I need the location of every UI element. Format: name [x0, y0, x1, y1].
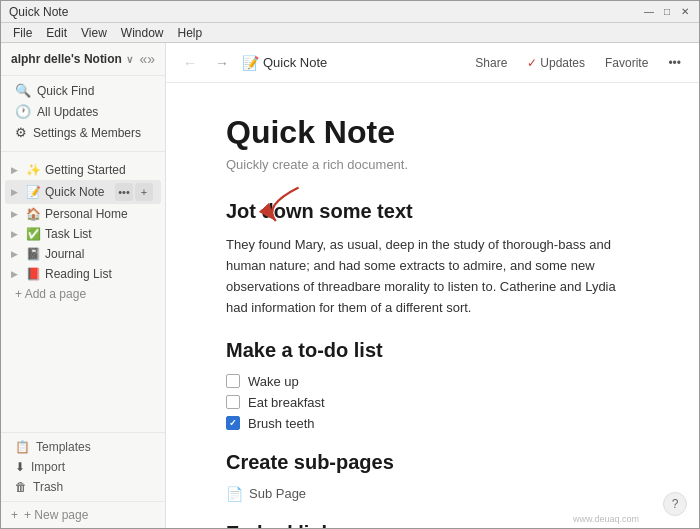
sidebar-item-personal-home[interactable]: ▶ 🏠 Personal Home [5, 204, 161, 224]
reading-list-icon: 📕 [25, 267, 41, 281]
share-label: Share [475, 56, 507, 70]
quick-find-label: Quick Find [37, 84, 94, 98]
updates-label: Updates [540, 56, 585, 70]
personal-home-icon: 🏠 [25, 207, 41, 221]
breadcrumb-icon: 📝 [242, 55, 259, 71]
todo-item-eat-breakfast: Eat breakfast [226, 395, 639, 410]
all-updates-label: All Updates [37, 105, 98, 119]
todo-label-brush-teeth: Brush teeth [248, 416, 315, 431]
sidebar-footer: 📋 Templates ⬇ Import 🗑 Trash [1, 432, 165, 501]
todo-checkbox-brush-teeth[interactable] [226, 416, 240, 430]
forward-button[interactable]: → [210, 51, 234, 75]
subpage-icon: 📄 [226, 486, 243, 502]
menu-view[interactable]: View [75, 26, 113, 40]
todo-list: Wake up Eat breakfast Brush teeth [226, 374, 639, 431]
content-area: ← → 📝 Quick Note Share ✓ Updates Favorit… [166, 43, 699, 528]
menu-window[interactable]: Window [115, 26, 170, 40]
todo-item-wake-up: Wake up [226, 374, 639, 389]
quick-note-label: Quick Note [45, 185, 111, 199]
titlebar-controls: — □ ✕ [643, 6, 691, 18]
app-body: alphr delle's Notion ∨ «» 🔍 Quick Find 🕐… [1, 43, 699, 528]
task-list-icon: ✅ [25, 227, 41, 241]
personal-home-label: Personal Home [45, 207, 153, 221]
todo-checkbox-wake-up[interactable] [226, 374, 240, 388]
sidebar-item-reading-list[interactable]: ▶ 📕 Reading List [5, 264, 161, 284]
back-button[interactable]: ← [178, 51, 202, 75]
help-button[interactable]: ? [663, 492, 687, 516]
journal-label: Journal [45, 247, 153, 261]
checkmark-icon: ✓ [527, 56, 537, 70]
new-page-plus-icon: + [11, 508, 18, 522]
chevron-icon: ▶ [11, 209, 21, 219]
sidebar-item-templates[interactable]: 📋 Templates [5, 437, 161, 457]
search-icon: 🔍 [15, 83, 31, 98]
new-page-bar[interactable]: + + New page [1, 501, 165, 528]
gear-icon: ⚙ [15, 125, 27, 140]
toolbar-actions: Share ✓ Updates Favorite ••• [469, 53, 687, 73]
quick-note-more-button[interactable]: ••• [115, 183, 133, 201]
menu-file[interactable]: File [7, 26, 38, 40]
sidebar-item-quick-note[interactable]: ▶ 📝 Quick Note ••• + [5, 180, 161, 204]
more-button[interactable]: ••• [662, 53, 687, 73]
sidebar-item-trash[interactable]: 🗑 Trash [5, 477, 161, 497]
minimize-button[interactable]: — [643, 6, 655, 18]
menu-edit[interactable]: Edit [40, 26, 73, 40]
sidebar-pages: ▶ ✨ Getting Started ▶ 📝 Quick Note ••• +… [1, 156, 165, 432]
trash-label: Trash [33, 480, 63, 494]
quick-note-add-button[interactable]: + [135, 183, 153, 201]
chevron-icon: ▶ [11, 269, 21, 279]
sidebar-item-task-list[interactable]: ▶ ✅ Task List [5, 224, 161, 244]
sidebar-item-getting-started[interactable]: ▶ ✨ Getting Started [5, 160, 161, 180]
chevron-icon: ▶ [11, 165, 21, 175]
sidebar-header: alphr delle's Notion ∨ «» [1, 43, 165, 76]
section-heading-subpages: Create sub-pages [226, 451, 639, 474]
getting-started-label: Getting Started [45, 163, 153, 177]
help-label: ? [672, 497, 679, 511]
sidebar-collapse-button[interactable]: «» [139, 51, 155, 67]
workspace-name[interactable]: alphr delle's Notion ∨ [11, 52, 133, 66]
top-toolbar: ← → 📝 Quick Note Share ✓ Updates Favorit… [166, 43, 699, 83]
import-label: Import [31, 460, 65, 474]
menubar: File Edit View Window Help [1, 23, 699, 43]
sidebar-item-all-updates[interactable]: 🕐 All Updates [5, 101, 161, 122]
subpage-label: Sub Page [249, 486, 306, 501]
quick-note-icon: 📝 [25, 185, 41, 199]
todo-label-eat-breakfast: Eat breakfast [248, 395, 325, 410]
content-wrapper: Quick Note Quickly create a rich documen… [166, 83, 699, 528]
menu-help[interactable]: Help [172, 26, 209, 40]
templates-label: Templates [36, 440, 91, 454]
new-page-label: + New page [24, 508, 88, 522]
sidebar-item-journal[interactable]: ▶ 📓 Journal [5, 244, 161, 264]
workspace-chevron-icon: ∨ [126, 54, 133, 65]
titlebar: Quick Note — □ ✕ [1, 1, 699, 23]
chevron-icon: ▶ [11, 229, 21, 239]
quick-note-actions: ••• + [115, 183, 153, 201]
share-button[interactable]: Share [469, 53, 513, 73]
sidebar-nav: 🔍 Quick Find 🕐 All Updates ⚙ Settings & … [1, 76, 165, 147]
subpage-item[interactable]: 📄 Sub Page [226, 486, 639, 502]
sidebar-item-settings[interactable]: ⚙ Settings & Members [5, 122, 161, 143]
import-icon: ⬇ [15, 460, 25, 474]
page-subtitle: Quickly create a rich document. [226, 157, 639, 172]
titlebar-title: Quick Note [9, 5, 68, 19]
close-button[interactable]: ✕ [679, 6, 691, 18]
sidebar-item-import[interactable]: ⬇ Import [5, 457, 161, 477]
add-page-label: + Add a page [15, 287, 86, 301]
add-page-button[interactable]: + Add a page [5, 284, 161, 304]
getting-started-icon: ✨ [25, 163, 41, 177]
updates-button[interactable]: ✓ Updates [521, 53, 591, 73]
trash-icon: 🗑 [15, 480, 27, 494]
sidebar-item-quick-find[interactable]: 🔍 Quick Find [5, 80, 161, 101]
more-icon: ••• [668, 56, 681, 70]
page-title: Quick Note [226, 113, 639, 151]
sidebar-divider-1 [1, 151, 165, 152]
workspace-name-label: alphr delle's Notion [11, 52, 122, 66]
task-list-label: Task List [45, 227, 153, 241]
sidebar: alphr delle's Notion ∨ «» 🔍 Quick Find 🕐… [1, 43, 166, 528]
reading-list-label: Reading List [45, 267, 153, 281]
todo-checkbox-eat-breakfast[interactable] [226, 395, 240, 409]
favorite-button[interactable]: Favorite [599, 53, 654, 73]
chevron-icon: ▶ [11, 249, 21, 259]
maximize-button[interactable]: □ [661, 6, 673, 18]
todo-item-brush-teeth: Brush teeth [226, 416, 639, 431]
